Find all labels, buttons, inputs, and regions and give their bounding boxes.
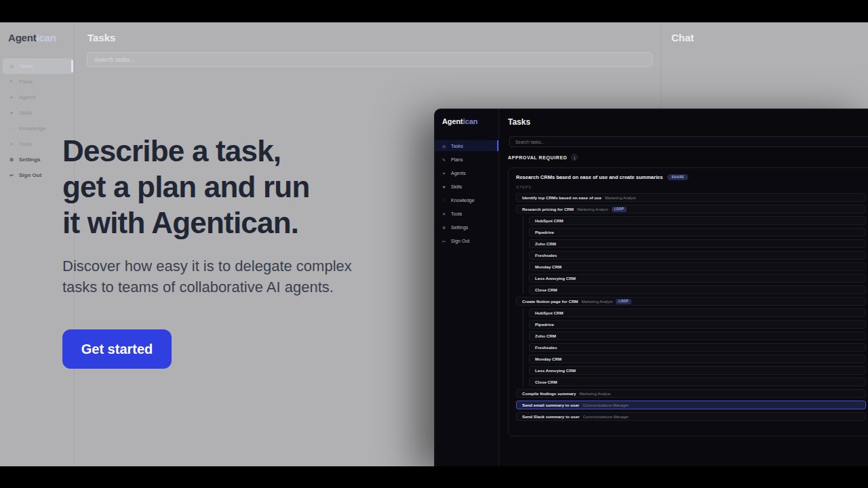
sidebar-item-agents[interactable]: ✦Agents — [435, 167, 498, 178]
approval-count-badge: 1 — [571, 154, 578, 161]
step-row[interactable]: HubSpot CRM — [529, 308, 866, 317]
step-title: Pipedrive — [535, 322, 554, 327]
sidebar-item-tasks: ◎Tasks — [3, 58, 73, 74]
app-sidebar: Agentican ◎Tasks✎Plans✦Agents★Skills◌Kno… — [435, 109, 499, 466]
get-started-button[interactable]: Get started — [62, 329, 172, 369]
pencil-icon: ✎ — [442, 157, 451, 162]
step-title: Pipedrive — [535, 230, 554, 235]
sidebar-item-tools[interactable]: ✕Tools — [435, 208, 498, 219]
step-title: HubSpot CRM — [535, 218, 564, 223]
step-title: Zoho CRM — [535, 333, 556, 338]
step-agent: Marketing Analyst — [579, 392, 610, 396]
sidebar-item-label: Agents — [451, 171, 466, 176]
step-title: Freshsales — [535, 253, 557, 258]
step-row[interactable]: Create Notion page for CRMMarketing Anal… — [516, 297, 866, 306]
headline-line-1: Describe a task, — [62, 134, 281, 167]
step-agent: Marketing Analyst — [605, 196, 636, 200]
step-agent: Communications Manager — [583, 415, 629, 419]
sidebar-item-knowledge[interactable]: ◌Knowledge — [435, 195, 498, 205]
step-agent: Marketing Analyst — [582, 300, 613, 304]
step-title: Send Slack summary to user — [522, 414, 580, 419]
sidebar-item-label: Tasks — [19, 63, 33, 69]
headline-line-2: get a plan and run — [62, 170, 310, 203]
backdrop-logo: Agentican — [8, 32, 56, 43]
step-row[interactable]: Less Annoying CRM — [529, 366, 866, 375]
share-badge[interactable]: SHARE — [667, 174, 688, 180]
loop-badge: LOOP — [612, 207, 627, 212]
step-row[interactable]: Freshsales — [529, 343, 866, 352]
sidebar-item-sign-out[interactable]: ↩Sign Out — [435, 235, 498, 246]
step-title: Close CRM — [535, 380, 557, 384]
substeps-group: HubSpot CRMPipedriveZoho CRMFreshsalesMo… — [523, 308, 866, 386]
steps-list: Identify top CRMs based on ease of useMa… — [516, 193, 866, 421]
sidebar-item-label: Knowledge — [451, 198, 475, 203]
task-card[interactable]: Research CRMs based on ease of use and c… — [508, 167, 868, 436]
sidebar-item-label: Sign Out — [451, 239, 469, 243]
sidebar-item-settings[interactable]: ⚙Settings — [435, 222, 498, 232]
hero-section: Describe a task, get a plan and run it w… — [62, 133, 388, 369]
star-icon: ★ — [9, 110, 19, 116]
gear-icon: ⚙ — [9, 157, 19, 163]
sidebar-item-skills[interactable]: ★Skills — [435, 181, 498, 192]
step-title: Monday CRM — [535, 264, 561, 269]
backdrop-chat-title: Chat — [671, 32, 694, 43]
step-title: Close CRM — [535, 287, 557, 292]
sidebar-item-label: Tools — [451, 211, 462, 216]
hero-subtext: Discover how easy it is to delegate comp… — [62, 256, 388, 298]
approval-required-section: APPROVAL REQUIRED 1 — [508, 154, 578, 161]
target-icon: ◎ — [9, 64, 19, 69]
sidebar-item-label: Plans — [19, 79, 33, 85]
sidebar-item-label: Skills — [451, 184, 462, 189]
task-title: Research CRMs based on ease of use and c… — [516, 174, 663, 180]
sidebar-item-label: Settings — [19, 157, 41, 163]
sidebar-item-label: Settings — [451, 225, 468, 230]
step-row[interactable]: Close CRM — [529, 285, 866, 294]
step-title: Less Annoying CRM — [535, 276, 576, 281]
video-frame: Agentican ◎Tasks✎Plans✦Agents★Skills◌Kno… — [0, 0, 868, 488]
step-row[interactable]: Research pricing for CRMMarketing Analys… — [516, 205, 866, 214]
sidebar-item-tasks[interactable]: ◎Tasks — [435, 140, 498, 151]
sidebar-item-plans[interactable]: ✎Plans — [435, 154, 498, 165]
step-row[interactable]: Compile findings summaryMarketing Analys… — [516, 389, 866, 398]
knowledge-icon: ◌ — [442, 198, 451, 202]
step-row[interactable]: Zoho CRM — [529, 239, 866, 248]
sidebar-item-label: Skills — [19, 110, 32, 116]
sidebar-item-label: Tools — [19, 141, 32, 147]
step-row[interactable]: HubSpot CRM — [529, 216, 866, 225]
app-screenshot-window: Agentican ◎Tasks✎Plans✦Agents★Skills◌Kno… — [434, 108, 868, 466]
step-row[interactable]: Pipedrive — [529, 320, 866, 329]
sidebar-item-label: Sign Out — [19, 172, 41, 178]
step-row[interactable]: Send email summary to userCommunications… — [516, 401, 866, 409]
loop-badge: LOOP — [616, 299, 631, 304]
backdrop-page-title: Tasks — [87, 32, 115, 43]
step-title: Research pricing for CRM — [522, 207, 574, 211]
sidebar-item-plans: ✎Plans — [3, 74, 73, 89]
step-row[interactable]: Send Slack summary to userCommunications… — [516, 412, 866, 421]
step-row[interactable]: Monday CRM — [529, 262, 866, 271]
step-row[interactable]: Less Annoying CRM — [529, 274, 866, 283]
step-title: Zoho CRM — [535, 241, 556, 246]
sidebar-item-skills: ★Skills — [3, 105, 73, 121]
star-icon: ★ — [442, 184, 451, 189]
task-card-header: Research CRMs based on ease of use and c… — [516, 174, 866, 180]
app-main-panel: Tasks APPROVAL REQUIRED 1 Research CRMs … — [499, 109, 868, 466]
app-search-input[interactable] — [509, 136, 868, 147]
step-title: Send email summary to user — [522, 403, 579, 407]
step-row[interactable]: Monday CRM — [529, 354, 866, 363]
pencil-icon: ✎ — [9, 79, 19, 85]
step-row[interactable]: Close CRM — [529, 378, 866, 386]
sidebar-item-label: Knowledge — [19, 125, 46, 131]
step-row[interactable]: Identify top CRMs based on ease of useMa… — [516, 193, 866, 202]
subtext-line-2: tasks to teams of collaborative AI agent… — [62, 279, 334, 296]
logo-text: Agent — [8, 32, 37, 43]
sign-out-icon: ↩ — [442, 239, 451, 243]
step-title: Create Notion page for CRM — [522, 299, 578, 304]
agent-icon: ✦ — [9, 95, 19, 100]
tools-icon: ✕ — [9, 142, 19, 147]
step-row[interactable]: Freshsales — [529, 251, 866, 260]
app-nav: ◎Tasks✎Plans✦Agents★Skills◌Knowledge✕Too… — [435, 140, 498, 249]
knowledge-icon: ◌ — [9, 126, 19, 131]
step-row[interactable]: Zoho CRM — [529, 331, 866, 340]
steps-label: STEPS — [516, 185, 866, 189]
step-row[interactable]: Pipedrive — [529, 228, 866, 237]
